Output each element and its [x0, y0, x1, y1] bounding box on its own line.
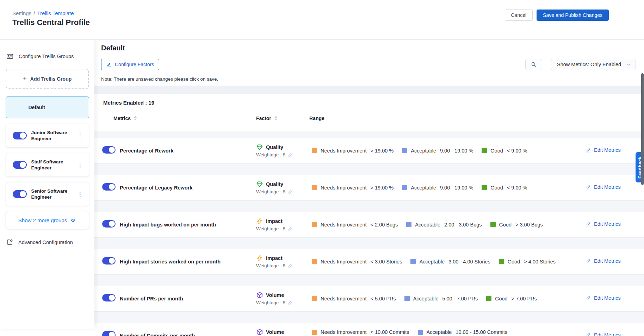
quality-gem-icon: [256, 181, 263, 188]
configure-factors-button[interactable]: Configure Factors: [101, 59, 159, 70]
range-needs_improvement: Needs Improvement> 19.00 %: [312, 148, 394, 154]
selected-group-title: Default: [101, 44, 125, 52]
impact-lightning-icon: [256, 255, 263, 262]
range-value: > 7.00 PRs: [512, 296, 537, 301]
range-good: Good> 4.00 Stories: [499, 259, 556, 265]
badge-icon: [6, 52, 14, 60]
acceptable-swatch: [410, 259, 416, 264]
range-value: 10.00 - 15.00 Commits: [456, 329, 507, 335]
breadcrumb-trellis-template[interactable]: Trellis Template: [37, 10, 74, 16]
group-list: Junior Software Engineer ⋮ Staff Softwar…: [0, 124, 94, 206]
range-acceptable: Acceptable9.00 - 19.00 %: [402, 148, 473, 154]
row-divider: [94, 274, 644, 286]
vertical-scrollbar-thumb[interactable]: [641, 73, 644, 185]
metric-enabled-toggle[interactable]: [102, 146, 116, 154]
edit-metrics-label: Edit Metrics: [594, 147, 621, 153]
metric-enabled-toggle[interactable]: [102, 294, 116, 301]
show-metrics-dropdown[interactable]: Show Metrics: Only Enabled: [551, 59, 636, 70]
edit-metrics-label: Edit Metrics: [594, 184, 621, 190]
metric-ranges: Needs Improvement> 19.00 %Acceptable9.00…: [312, 148, 578, 154]
group-enabled-toggle[interactable]: [13, 190, 27, 198]
unsaved-changes-note: Note: There are unsaved changes please c…: [101, 76, 218, 82]
range-value: 5.00 - 7.00 PRs: [442, 296, 478, 301]
metric-toggle-cell: [102, 294, 120, 303]
metrics-table: Metrics Enabled : 19 Metrics Factor Rang…: [94, 94, 644, 336]
default-group-label: Default: [29, 105, 45, 110]
factor-name: Impact: [266, 218, 283, 224]
edit-metrics-link[interactable]: Edit Metrics: [586, 332, 621, 336]
range-value: 9.00 - 19.00 %: [440, 185, 473, 191]
range-acceptable: Acceptable10.00 - 15.00 Commits: [418, 329, 507, 335]
group-enabled-toggle[interactable]: [13, 161, 27, 169]
edit-cell: Edit Metrics: [578, 258, 644, 265]
range-acceptable: Acceptable5.00 - 7.00 PRs: [404, 296, 478, 301]
range-label: Acceptable: [413, 296, 439, 301]
acceptable-swatch: [402, 148, 407, 153]
metric-toggle-cell: [102, 220, 120, 229]
column-header-range: Range: [309, 116, 324, 121]
edit-metrics-link[interactable]: Edit Metrics: [586, 184, 621, 190]
edit-cell: Edit Metrics: [578, 184, 644, 191]
range-value: < 9.00 %: [507, 148, 527, 154]
sidebar: Configure Trellis Groups + Add Trellis G…: [0, 40, 94, 329]
edit-weightage-icon[interactable]: [288, 300, 293, 305]
save-and-publish-button[interactable]: Save and Publish Changes: [537, 10, 609, 21]
column-header-metrics: Metrics: [113, 116, 131, 121]
range-acceptable: Acceptable9.00 - 19.00 %: [402, 185, 473, 191]
metric-enabled-toggle[interactable]: [102, 183, 116, 191]
range-label: Acceptable: [427, 329, 452, 335]
edit-cell: Edit Metrics: [578, 295, 644, 302]
metric-row: Percentage of Legacy Rework Quality Weig…: [94, 175, 644, 200]
plus-icon: +: [23, 75, 27, 83]
column-header-factor: Factor: [256, 116, 271, 121]
group-enabled-toggle[interactable]: [13, 132, 27, 139]
metric-ranges: Needs Improvement> 19.00 %Acceptable9.00…: [312, 185, 578, 191]
edit-weightage-icon[interactable]: [288, 189, 293, 194]
top-bar: Settings/Trellis Template Trellis Centra…: [0, 0, 644, 40]
group-name: Senior Software Engineer: [31, 188, 75, 200]
metric-ranges: Needs Improvement< 10.00 CommitsAcceptab…: [312, 329, 578, 336]
factor-name: Impact: [266, 255, 283, 261]
sidebar-group-card[interactable]: Senior Software Engineer ⋮: [6, 182, 89, 206]
sidebar-item-default-group[interactable]: Default: [6, 97, 89, 118]
sort-metrics-icon[interactable]: [134, 116, 137, 120]
range-acceptable: Acceptable2.00 - 3.00 Bugs: [406, 222, 482, 228]
edit-weightage-icon[interactable]: [288, 153, 293, 157]
acceptable-swatch: [406, 222, 411, 227]
edit-metrics-link[interactable]: Edit Metrics: [586, 258, 621, 264]
edit-weightage-icon[interactable]: [288, 226, 293, 231]
range-value: < 2.00 Bugs: [371, 222, 398, 228]
factor-cell: Volume Weightage : 8: [256, 329, 312, 336]
metric-name: Number of Commits per month: [120, 333, 256, 336]
range-value: 3.00 - 4.00 Stories: [448, 259, 490, 265]
pencil-icon: [586, 332, 591, 336]
add-trellis-group-button[interactable]: + Add Trellis Group: [6, 69, 89, 89]
metric-toggle-cell: [102, 257, 120, 266]
cancel-button[interactable]: Cancel: [505, 10, 533, 21]
metric-toggle-cell: [102, 183, 120, 192]
advanced-configuration-link[interactable]: Advanced Configuration: [6, 238, 94, 246]
weightage: Weightage : 8: [256, 300, 312, 305]
search-button[interactable]: [525, 59, 542, 70]
weightage: Weightage : 8: [256, 189, 312, 194]
metric-enabled-toggle[interactable]: [102, 220, 116, 228]
edit-metrics-link[interactable]: Edit Metrics: [586, 295, 621, 301]
kebab-menu-icon[interactable]: ⋮: [75, 189, 85, 199]
sidebar-group-card[interactable]: Staff Software Engineer ⋮: [6, 153, 89, 177]
kebab-menu-icon[interactable]: ⋮: [75, 160, 85, 170]
show-more-groups-button[interactable]: Show 2 more groups: [6, 211, 89, 229]
kebab-menu-icon[interactable]: ⋮: [75, 131, 85, 141]
edit-metrics-link[interactable]: Edit Metrics: [586, 221, 621, 227]
edit-cell: Edit Metrics: [578, 332, 644, 336]
sort-factor-icon[interactable]: [274, 116, 277, 120]
edit-weightage-icon[interactable]: [288, 263, 293, 268]
metric-enabled-toggle[interactable]: [102, 257, 116, 265]
breadcrumb-settings[interactable]: Settings: [12, 10, 31, 16]
range-value: < 5.00 PRs: [371, 296, 396, 301]
sidebar-group-card[interactable]: Junior Software Engineer ⋮: [6, 124, 89, 148]
quality-gem-icon: [256, 144, 263, 151]
row-divider: [94, 237, 644, 249]
edit-metrics-link[interactable]: Edit Metrics: [586, 147, 621, 153]
metric-enabled-toggle[interactable]: [102, 331, 116, 336]
needs_improvement-swatch: [312, 259, 317, 264]
